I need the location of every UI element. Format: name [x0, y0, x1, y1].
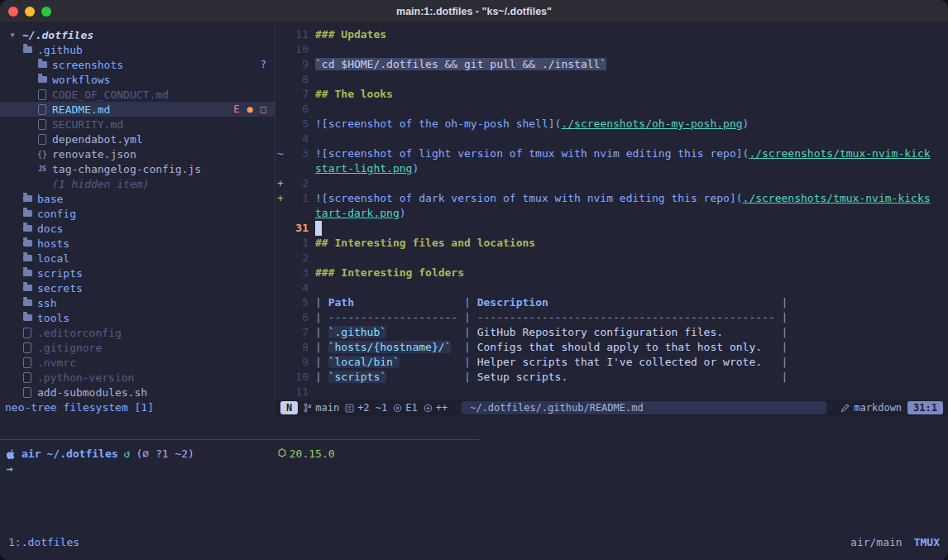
tree-item-scripts[interactable]: scripts	[0, 266, 275, 280]
editor-line[interactable]: 5| Path | Description |	[275, 295, 948, 310]
editor-line[interactable]: 10	[275, 42, 948, 57]
tree-item-tools[interactable]: tools	[0, 310, 275, 325]
editor-line[interactable]: +1![screenshot of dark version of tmux w…	[275, 191, 948, 206]
tree-item-label: config	[37, 208, 76, 220]
editor-line[interactable]: tart-dark.png)	[275, 206, 948, 221]
line-text: ### Interesting folders	[315, 266, 464, 280]
file-icon	[36, 118, 48, 130]
tree-item-renovate-json[interactable]: renovate.json	[0, 146, 275, 161]
tree-item-editorconfig[interactable]: .editorconfig	[0, 325, 275, 340]
neotree-panel: ~/.dotfiles.githubscreenshots?workflowsC…	[0, 23, 275, 400]
editor-line[interactable]: 10| `scripts` | Setup scripts. |	[275, 370, 948, 385]
tree-item-badges: ?	[261, 59, 270, 70]
tree-item-workflows[interactable]: workflows	[0, 72, 275, 87]
editor-line[interactable]: ~3![screenshot of light version of tmux …	[275, 146, 948, 161]
editor-line[interactable]: 3### Interesting folders	[275, 266, 948, 280]
line-text: ![screenshot of dark version of tmux wit…	[315, 191, 931, 206]
editor-line[interactable]: 7## The looks	[275, 87, 948, 102]
editor-line[interactable]: 11	[275, 385, 948, 400]
line-number: 11	[285, 385, 309, 400]
tree-item-ssh[interactable]: ssh	[0, 295, 275, 310]
close-button[interactable]	[8, 7, 18, 17]
editor-line[interactable]: 6	[275, 102, 948, 117]
folder-icon	[22, 223, 33, 234]
folder-icon	[22, 312, 33, 323]
editor-line[interactable]: 7| `.github` | GitHub Repository configu…	[275, 325, 948, 340]
shell-icon	[22, 386, 33, 398]
tree-item-screenshots[interactable]: screenshots?	[0, 57, 275, 72]
line-text	[315, 221, 322, 236]
tree-item-readme-md[interactable]: README.mdE●□	[0, 102, 275, 117]
zoom-button[interactable]	[41, 7, 51, 17]
tree-item-security-md[interactable]: SECURITY.md	[0, 117, 275, 132]
gutter-sign	[275, 72, 285, 87]
tree-item-label: .nvmrc	[37, 357, 76, 369]
tree-item-config[interactable]: config	[0, 206, 275, 221]
tree-item-local[interactable]: local	[0, 251, 275, 266]
tree-item-docs[interactable]: docs	[0, 221, 275, 236]
line-number: 9	[285, 355, 309, 370]
gutter-sign	[275, 206, 285, 221]
nvim-pane: ~/.dotfiles.githubscreenshots?workflowsC…	[0, 23, 948, 400]
editor-line[interactable]: 8	[275, 72, 948, 87]
tree-item-python-version[interactable]: .python-version	[0, 370, 275, 385]
gutter-sign: ~	[275, 146, 285, 161]
editor-line[interactable]: 8| `hosts/{hostname}/` | Configs that sh…	[275, 340, 948, 355]
hostname-label: air	[22, 447, 41, 462]
text-segment: Setup scripts.	[477, 371, 782, 383]
tree-item-label: scripts	[37, 267, 83, 280]
editor-line[interactable]: 11### Updates	[275, 27, 948, 42]
text-segment: |	[315, 341, 328, 353]
editor-line[interactable]: 6| -------------------- | --------------…	[275, 310, 948, 325]
tree-item-dependabot-yml[interactable]: dependabot.yml	[0, 132, 275, 146]
gutter-sign	[275, 280, 285, 295]
tree-item-hosts[interactable]: hosts	[0, 236, 275, 251]
editor-line[interactable]: 2	[275, 251, 948, 266]
shell-pane[interactable]: air ~/.dotfiles ↺ (⌀ ?1 ~2) 20.15.0 →	[0, 440, 948, 535]
gutter-sign	[275, 266, 285, 280]
gear-icon	[22, 327, 33, 338]
editor-line[interactable]: 5![screenshot of the oh-my-posh shell](.…	[275, 117, 948, 132]
tree-item-label: base	[37, 193, 63, 205]
editor-line[interactable]: start-light.png)	[275, 161, 948, 176]
shell-input-line[interactable]: →	[7, 462, 948, 476]
line-number: 10	[285, 42, 309, 57]
editor-line[interactable]: 4	[275, 280, 948, 295]
gutter-sign: +	[275, 176, 285, 191]
text-segment: Path	[328, 296, 354, 309]
tree-item-1-hidden-item[interactable]: (1 hidden item)	[0, 176, 275, 191]
minimize-button[interactable]	[25, 7, 35, 17]
editor-line[interactable]: 9| `local/bin` | Helper scripts that I'v…	[275, 355, 948, 370]
apple-icon	[7, 449, 16, 460]
tree-item-tag-changelog-config-js[interactable]: tag-changelog-config.js	[0, 161, 275, 176]
pencil-icon	[840, 404, 850, 413]
tree-item-add-submodules-sh[interactable]: add-submodules.sh	[0, 385, 275, 400]
gutter-sign	[275, 117, 285, 132]
text-segment	[386, 371, 464, 383]
editor-line[interactable]: +2	[275, 176, 948, 191]
tree-item-nvmrc[interactable]: .nvmrc	[0, 355, 275, 370]
tree-item-dotfiles[interactable]: ~/.dotfiles	[0, 27, 275, 42]
editor-line[interactable]: 9`cd $HOME/.dotfiles && git pull && ./in…	[275, 57, 948, 72]
editor-line[interactable]: 31	[275, 221, 948, 236]
tree-item-base[interactable]: base	[0, 191, 275, 206]
line-number: 7	[285, 87, 309, 102]
text-segment: ![screenshot of the oh-my-posh shell](	[315, 117, 561, 130]
tree-item-label: (1 hidden item)	[52, 178, 149, 190]
js-icon	[36, 163, 48, 175]
editor-line[interactable]: 1## Interesting files and locations	[275, 236, 948, 251]
text-segment	[386, 326, 464, 338]
tree-item-code-of-conduct-md[interactable]: CODE_OF_CONDUCT.md	[0, 87, 275, 102]
text-segment: ### Interesting folders	[315, 266, 464, 279]
editor-pane[interactable]: 11### Updates 10 9`cd $HOME/.dotfiles &&…	[275, 23, 948, 400]
line-number: 31	[285, 221, 309, 236]
tree-item-gitignore[interactable]: .gitignore	[0, 340, 275, 355]
git-icon	[22, 342, 33, 353]
tmux-window-label[interactable]: 1:.dotfiles	[8, 535, 79, 550]
tree-item-github[interactable]: .github	[0, 42, 275, 57]
gutter-sign	[275, 132, 285, 146]
text-segment: |	[315, 311, 328, 323]
text-segment: |	[315, 326, 328, 338]
editor-line[interactable]: 4	[275, 132, 948, 146]
tree-item-secrets[interactable]: secrets	[0, 280, 275, 295]
